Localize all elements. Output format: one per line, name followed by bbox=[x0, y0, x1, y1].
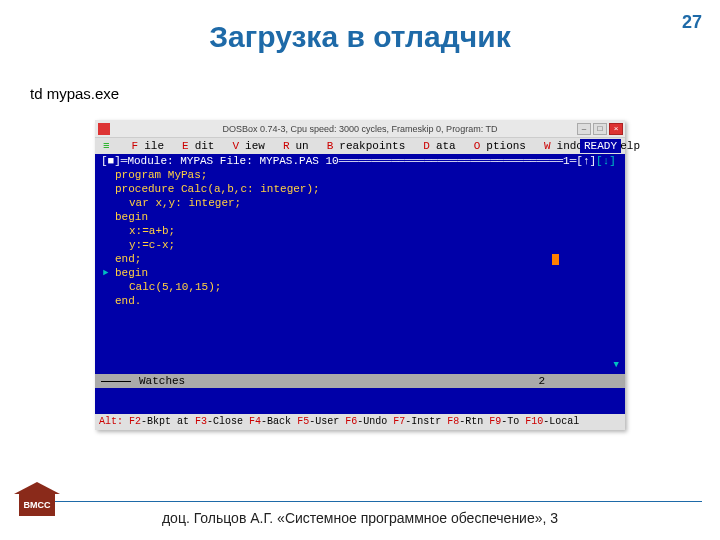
window-titlebar[interactable]: DOSBox 0.74-3, Cpu speed: 3000 cycles, F… bbox=[95, 120, 625, 138]
logo-roof-icon bbox=[14, 482, 60, 494]
menu-un[interactable]: Run bbox=[271, 140, 315, 152]
page-number: 27 bbox=[682, 12, 702, 33]
window-buttons: – □ × bbox=[577, 123, 623, 135]
code-panel[interactable]: [■]═Module: MYPAS File: MYPAS.PAS 10════… bbox=[95, 154, 625, 374]
page-title: Загрузка в отладчик bbox=[0, 20, 720, 54]
code-line[interactable]: end; bbox=[101, 252, 619, 266]
code-line[interactable]: y:=c-x; bbox=[101, 238, 619, 252]
app-icon bbox=[98, 123, 110, 135]
fkey-F10[interactable]: F10 bbox=[519, 416, 543, 427]
minimize-button[interactable]: – bbox=[577, 123, 591, 135]
watches-panel[interactable] bbox=[95, 388, 625, 414]
td-menu-bar: ≡ FileEditViewRunBreakpointsDataOptionsW… bbox=[95, 138, 625, 154]
code-line[interactable]: procedure Calc(a,b,c: integer); bbox=[101, 182, 619, 196]
fkey-F7[interactable]: F7 bbox=[387, 416, 405, 427]
watches-label: Watches bbox=[139, 374, 185, 388]
status-bar: Alt: F2-Bkpt at F3-Close F4-Back F5-User… bbox=[95, 414, 625, 430]
module-header: [■]═Module: MYPAS File: MYPAS.PAS 10════… bbox=[101, 154, 619, 168]
menu-reakpoints[interactable]: Breakpoints bbox=[315, 140, 412, 152]
fkey-F9[interactable]: F9 bbox=[483, 416, 501, 427]
menu-ile[interactable]: File bbox=[120, 140, 170, 152]
cursor-icon bbox=[552, 254, 559, 265]
watches-number: 2 bbox=[538, 374, 545, 388]
dosbox-window: DOSBox 0.74-3, Cpu speed: 3000 cycles, F… bbox=[95, 120, 625, 430]
fkey-F2[interactable]: F2 bbox=[129, 416, 141, 427]
scroll-down-icon[interactable]: ▼ bbox=[614, 358, 619, 372]
fkey-F4[interactable]: F4 bbox=[243, 416, 261, 427]
menu-iew[interactable]: View bbox=[220, 140, 270, 152]
menu-ptions[interactable]: Options bbox=[462, 140, 532, 152]
footer-divider bbox=[28, 501, 702, 502]
code-line[interactable]: begin bbox=[101, 266, 619, 280]
code-line[interactable]: program MyPas; bbox=[101, 168, 619, 182]
code-line[interactable]: begin bbox=[101, 210, 619, 224]
menu-dit[interactable]: Edit bbox=[170, 140, 220, 152]
td-screen: ≡ FileEditViewRunBreakpointsDataOptionsW… bbox=[95, 138, 625, 430]
menu-ata[interactable]: Data bbox=[411, 140, 461, 152]
code-line[interactable]: x:=a+b; bbox=[101, 224, 619, 238]
footer-text: доц. Гольцов А.Г. «Системное программное… bbox=[0, 510, 720, 526]
watches-divider[interactable]: Watches 2 bbox=[95, 374, 625, 388]
system-menu-icon[interactable]: ≡ bbox=[99, 139, 114, 153]
code-line[interactable]: var x,y: integer; bbox=[101, 196, 619, 210]
ready-indicator: READY bbox=[580, 139, 621, 153]
alt-label: Alt: bbox=[99, 416, 123, 427]
fkey-F8[interactable]: F8 bbox=[441, 416, 459, 427]
fkey-F6[interactable]: F6 bbox=[339, 416, 357, 427]
fkey-F5[interactable]: F5 bbox=[291, 416, 309, 427]
maximize-button[interactable]: □ bbox=[593, 123, 607, 135]
code-line[interactable]: Calc(5,10,15); bbox=[101, 280, 619, 294]
command-text: td mypas.exe bbox=[30, 85, 119, 102]
fkey-F3[interactable]: F3 bbox=[189, 416, 207, 427]
close-button[interactable]: × bbox=[609, 123, 623, 135]
window-title: DOSBox 0.74-3, Cpu speed: 3000 cycles, F… bbox=[223, 124, 498, 134]
code-line[interactable]: end. bbox=[101, 294, 619, 308]
